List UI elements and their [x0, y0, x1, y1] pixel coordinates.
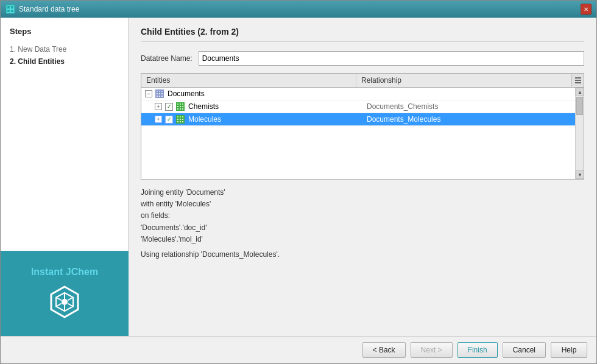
step-1: 1. New Data Tree [10, 43, 119, 55]
entities-cell-molecules: + ✓ [141, 113, 363, 125]
info-line-5: 'Molecules'.'mol_id' [141, 234, 584, 245]
datatree-form-row: Datatree Name: [141, 51, 584, 66]
checkbox-molecules[interactable]: ✓ [165, 116, 173, 124]
content-area: Steps 1. New Data Tree 2. Child Entities… [1, 18, 596, 336]
svg-line-9 [68, 298, 73, 301]
entity-icon-documents [155, 89, 164, 98]
entities-cell-chemists: + ✓ [141, 100, 363, 113]
relationship-cell-molecules: Documents_Molecules [363, 113, 575, 125]
header-entities: Entities [141, 74, 356, 87]
entity-icon-molecules [176, 115, 185, 124]
info-text-area: Joining entity 'Documents' with entity '… [141, 187, 584, 261]
entity-name-molecules: Molecules [188, 115, 221, 124]
steps-list: 1. New Data Tree 2. Child Entities [10, 43, 119, 68]
svg-point-7 [62, 299, 68, 305]
info-line-3: on fields: [141, 210, 584, 222]
entity-name-documents: Documents [168, 89, 205, 98]
footer: < Back Next > Finish Cancel Help [1, 336, 596, 363]
finish-button[interactable]: Finish [457, 342, 498, 358]
table-row[interactable]: + ✓ [141, 113, 575, 126]
svg-rect-1 [7, 6, 10, 9]
table-row[interactable]: + ✓ [141, 100, 575, 113]
svg-rect-3 [7, 10, 10, 12]
branding-area: Instant JChem [1, 251, 129, 336]
window-title: Standard data tree [19, 5, 79, 13]
step-1-label: New Data Tree [18, 45, 66, 54]
svg-rect-15 [575, 80, 581, 81]
expand-molecules[interactable]: + [155, 116, 162, 123]
expand-chemists[interactable]: + [155, 103, 162, 110]
relationship-cell-chemists: Documents_Chemists [363, 100, 575, 113]
info-line-7: Using relationship 'Documents_Molecules'… [141, 249, 584, 261]
table-settings-icon[interactable] [571, 74, 584, 86]
info-line-1: Joining entity 'Documents' [141, 187, 584, 198]
next-button[interactable]: Next > [411, 342, 453, 358]
table-body-wrapper: − [141, 88, 584, 179]
checkbox-chemists[interactable]: ✓ [165, 103, 173, 111]
svg-rect-2 [11, 6, 13, 9]
info-line-4: 'Documents'.'doc_id' [141, 222, 584, 234]
svg-rect-16 [575, 82, 581, 83]
back-button[interactable]: < Back [362, 342, 406, 358]
main-panel: Child Entities (2. from 2) Datatree Name… [129, 18, 596, 336]
step-1-number: 1. [10, 45, 16, 54]
brand-icon [46, 284, 83, 320]
brand-label: Instant JChem [31, 267, 98, 278]
step-2: 2. Child Entities [10, 55, 119, 68]
title-bar: Standard data tree ✕ [1, 1, 596, 18]
steps-title: Steps [10, 27, 119, 36]
scroll-down[interactable]: ▼ [576, 170, 584, 179]
datatree-label: Datatree Name: [141, 54, 193, 63]
window-icon [5, 4, 15, 14]
svg-line-12 [56, 304, 62, 307]
entity-icon-chemists [176, 102, 185, 111]
svg-rect-4 [11, 10, 13, 12]
svg-line-10 [68, 304, 73, 307]
scroll-up[interactable]: ▲ [576, 88, 584, 96]
datatree-input[interactable] [199, 51, 584, 66]
close-button[interactable]: ✕ [581, 4, 592, 15]
scroll-thumb[interactable] [576, 97, 583, 115]
main-window: Standard data tree ✕ Steps 1. New Data T… [0, 0, 597, 364]
entities-table: Entities Relationship [141, 73, 584, 180]
table-header: Entities Relationship [141, 74, 584, 88]
entity-name-chemists: Chemists [188, 102, 219, 111]
panel-title: Child Entities (2. from 2) [141, 27, 584, 42]
expand-documents[interactable]: − [145, 90, 152, 97]
table-row[interactable]: − [141, 88, 575, 100]
step-2-number: 2. [10, 57, 16, 66]
cancel-button[interactable]: Cancel [503, 342, 546, 358]
help-button[interactable]: Help [551, 342, 587, 358]
sidebar: Steps 1. New Data Tree 2. Child Entities… [1, 18, 129, 336]
header-relationship: Relationship [356, 74, 571, 87]
table-body: − [141, 88, 575, 179]
entities-cell-documents: − [141, 88, 358, 100]
step-2-label: Child Entities [18, 57, 65, 66]
table-scrollbar[interactable]: ▲ ▼ [575, 88, 584, 179]
info-line-2: with entity 'Molecules' [141, 198, 584, 210]
title-bar-left: Standard data tree [5, 4, 79, 14]
svg-rect-14 [575, 77, 581, 79]
svg-line-13 [56, 298, 62, 301]
relationship-cell-documents [358, 92, 575, 96]
